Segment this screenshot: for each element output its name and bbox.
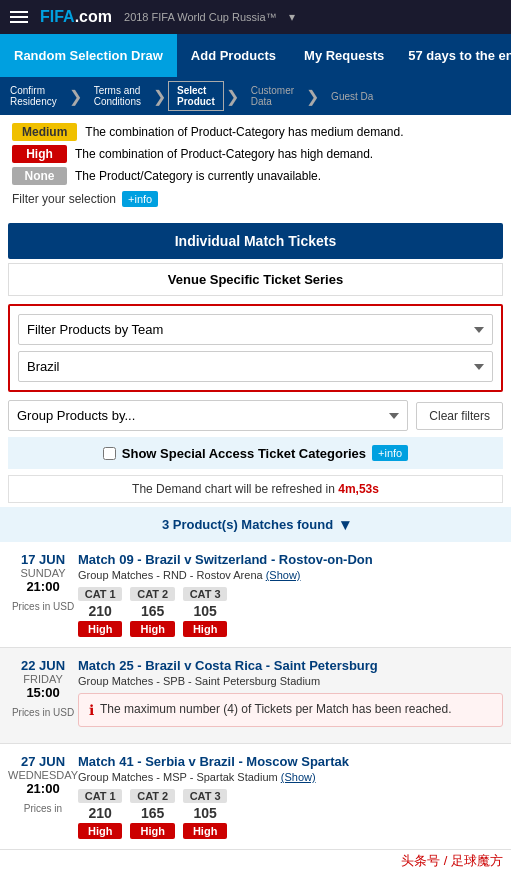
fifa-logo: FIFA.com [40, 8, 112, 26]
badge-high: High [12, 145, 67, 163]
products-found-bar[interactable]: 3 Product(s) Matches found ▾ [0, 507, 511, 542]
match-day: 27 JUN [8, 754, 78, 769]
cat-box[interactable]: CAT 3 105 High [183, 789, 227, 839]
warning-box: ℹ The maximum number (4) of Tickets per … [78, 693, 503, 727]
watermark-text: 头条号 / 足球魔方 [401, 853, 503, 868]
cat-label: CAT 3 [183, 587, 227, 601]
nav-bar: Random Selection Draw Add Products My Re… [0, 34, 511, 77]
nav-my-requests[interactable]: My Requests [290, 34, 398, 77]
legend-high: High The combination of Product-Category… [12, 145, 499, 163]
match-date: 17 JUN SUNDAY 21:00 Prices in USD [8, 552, 78, 637]
step-arrow-1: ❯ [69, 87, 82, 106]
products-found-chevron: ▾ [341, 515, 349, 534]
legend-high-text: The combination of Product-Category has … [75, 147, 373, 161]
step-customer-data[interactable]: CustomerData [241, 81, 304, 111]
match-weekday: FRIDAY [8, 673, 78, 685]
filter-info-button[interactable]: +info [122, 191, 158, 207]
special-access-info-button[interactable]: +info [372, 445, 408, 461]
match-day: 17 JUN [8, 552, 78, 567]
match-info: Match 09 - Brazil v Switzerland - Rostov… [78, 552, 503, 637]
hamburger-menu[interactable] [10, 11, 28, 23]
cat-price: 165 [130, 601, 174, 621]
cat-price: 105 [183, 601, 227, 621]
match-subtitle: Group Matches - RND - Rostov Arena (Show… [78, 569, 503, 581]
match-subtitle: Group Matches - MSP - Spartak Stadium (S… [78, 771, 503, 783]
cat-box[interactable]: CAT 3 105 High [183, 587, 227, 637]
cat-box[interactable]: CAT 2 165 High [130, 789, 174, 839]
match-time: 15:00 [8, 685, 78, 700]
dropdown-arrow[interactable]: ▾ [289, 10, 295, 24]
match-date: 27 JUN WEDNESDAY 21:00 Prices in [8, 754, 78, 839]
cat-demand[interactable]: High [183, 823, 227, 839]
demand-refresh-time: 4m,53s [338, 482, 379, 496]
cat-demand[interactable]: High [130, 823, 174, 839]
legend-area: Medium The combination of Product-Catego… [0, 115, 511, 215]
match-title: Match 25 - Brazil v Costa Rica - Saint P… [78, 658, 503, 673]
cat-demand[interactable]: High [78, 823, 122, 839]
match-info: Match 25 - Brazil v Costa Rica - Saint P… [78, 658, 503, 733]
cat-label: CAT 2 [130, 789, 174, 803]
cat-price: 105 [183, 803, 227, 823]
individual-match-header: Individual Match Tickets [8, 223, 503, 259]
team-filter-select[interactable]: Filter Products by Team [18, 314, 493, 345]
cat-box[interactable]: CAT 2 165 High [130, 587, 174, 637]
warning-icon: ℹ [89, 702, 94, 718]
prices-label: Prices in USD [8, 706, 78, 719]
match-time: 21:00 [8, 781, 78, 796]
cat-demand[interactable]: High [130, 621, 174, 637]
badge-none: None [12, 167, 67, 185]
match-card: 27 JUN WEDNESDAY 21:00 Prices in Match 4… [0, 744, 511, 850]
cat-demand[interactable]: High [78, 621, 122, 637]
match-title: Match 41 - Serbia v Brazil - Moscow Spar… [78, 754, 503, 769]
demand-refresh-bar: The Demand chart will be refreshed in 4m… [8, 475, 503, 503]
steps-bar: ConfirmResidency ❯ Terms andConditions ❯… [0, 77, 511, 115]
legend-none-text: The Product/Category is currently unavai… [75, 169, 321, 183]
nav-add-products[interactable]: Add Products [177, 34, 290, 77]
nav-random-draw[interactable]: Random Selection Draw [0, 34, 177, 77]
legend-none: None The Product/Category is currently u… [12, 167, 499, 185]
cat-demand[interactable]: High [183, 621, 227, 637]
special-access-checkbox[interactable] [103, 447, 116, 460]
step-arrow-3: ❯ [226, 87, 239, 106]
clear-filters-button[interactable]: Clear filters [416, 402, 503, 430]
cat-label: CAT 3 [183, 789, 227, 803]
group-by-select[interactable]: Group Products by... [8, 400, 408, 431]
cat-label: CAT 1 [78, 587, 122, 601]
step-arrow-2: ❯ [153, 87, 166, 106]
cat-box[interactable]: CAT 1 210 High [78, 789, 122, 839]
match-weekday: SUNDAY [8, 567, 78, 579]
country-filter-select[interactable]: Brazil [18, 351, 493, 382]
warning-text: The maximum number (4) of Tickets per Ma… [100, 702, 452, 716]
step-select-product[interactable]: SelectProduct [168, 81, 224, 111]
ticket-cats: CAT 1 210 High CAT 2 165 High CAT 3 105 … [78, 587, 503, 637]
prices-label: Prices in USD [8, 600, 78, 613]
filters-box: Filter Products by Team 按照国家搜索 Brazil [8, 304, 503, 392]
match-subtitle: Group Matches - SPB - Saint Petersburg S… [78, 675, 503, 687]
badge-medium: Medium [12, 123, 77, 141]
event-title: 2018 FIFA World Cup Russia™ [124, 11, 277, 23]
match-day: 22 JUN [8, 658, 78, 673]
step-terms[interactable]: Terms andConditions [84, 81, 151, 111]
cat-box[interactable]: CAT 1 210 High [78, 587, 122, 637]
prices-label: Prices in [8, 802, 78, 815]
match-card: 17 JUN SUNDAY 21:00 Prices in USD Match … [0, 542, 511, 648]
match-time: 21:00 [8, 579, 78, 594]
products-found-text: 3 Product(s) Matches found [162, 517, 333, 532]
match-cards-container: 17 JUN SUNDAY 21:00 Prices in USD Match … [0, 542, 511, 850]
demand-refresh-text: The Demand chart will be refreshed in [132, 482, 335, 496]
special-access-label: Show Special Access Ticket Categories [122, 446, 366, 461]
match-card: 22 JUN FRIDAY 15:00 Prices in USD Match … [0, 648, 511, 744]
legend-medium: Medium The combination of Product-Catego… [12, 123, 499, 141]
step-guest-data[interactable]: Guest Da [321, 87, 383, 106]
show-link[interactable]: (Show) [266, 569, 301, 581]
show-link[interactable]: (Show) [281, 771, 316, 783]
watermark-bottom: 头条号 / 足球魔方 [0, 850, 511, 872]
step-confirm-residency[interactable]: ConfirmResidency [0, 81, 67, 111]
filter-selection-label: Filter your selection [12, 192, 116, 206]
special-access-row: Show Special Access Ticket Categories +i… [8, 437, 503, 469]
ticket-cats: CAT 1 210 High CAT 2 165 High CAT 3 105 … [78, 789, 503, 839]
cat-price: 210 [78, 803, 122, 823]
legend-medium-text: The combination of Product-Category has … [85, 125, 403, 139]
match-info: Match 41 - Serbia v Brazil - Moscow Spar… [78, 754, 503, 839]
cat-price: 165 [130, 803, 174, 823]
